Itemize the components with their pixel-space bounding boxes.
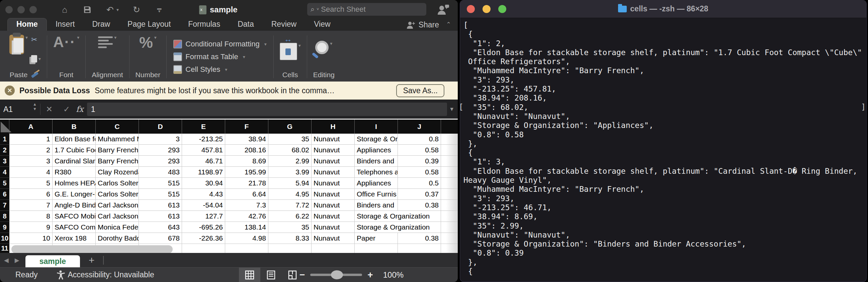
zoom-level[interactable]: 100% — [383, 270, 404, 280]
paste-icon[interactable] — [9, 35, 24, 54]
column-header-C[interactable]: C — [96, 119, 139, 134]
number-format-icon[interactable]: % — [139, 35, 153, 50]
cell-H1[interactable]: Nunavut — [312, 134, 355, 144]
cell-B7[interactable]: Angle-D Bind — [53, 200, 96, 211]
editing-find-icon[interactable] — [315, 41, 329, 54]
search-chevron-icon[interactable]: ˅ — [316, 7, 319, 12]
cell-E8[interactable]: 127.7 — [182, 211, 225, 221]
cell-partial[interactable] — [441, 244, 458, 253]
cell-E9[interactable]: -695.26 — [182, 222, 225, 233]
cell-C9[interactable]: Monica Feder — [96, 222, 139, 233]
column-header-E[interactable]: E — [182, 119, 225, 134]
cell-B8[interactable]: SAFCO Mobil — [53, 211, 96, 221]
cell-F7[interactable]: 7.3 — [225, 200, 268, 211]
cell-I6[interactable]: Office Furnis — [355, 189, 398, 200]
cell-G3[interactable]: 2.99 — [268, 156, 312, 166]
cell-G1[interactable]: 35 — [268, 134, 312, 144]
insert-function-icon[interactable]: fx — [75, 105, 87, 114]
cell-E4[interactable]: 1198.97 — [182, 167, 225, 177]
cell-H4[interactable]: Nunavut — [312, 167, 355, 177]
cell-D6[interactable]: 515 — [139, 189, 182, 200]
row-header-4[interactable]: 4 — [0, 167, 9, 178]
paste-group[interactable]: ▾ Paste ✂ ▾ — [5, 33, 45, 80]
save-icon[interactable] — [82, 5, 92, 15]
column-header-J[interactable]: J — [398, 119, 441, 134]
cell-A6[interactable]: 6 — [9, 189, 53, 200]
undo-icon[interactable]: ↶ — [105, 5, 115, 15]
cell-partial[interactable] — [441, 189, 458, 200]
alignment-group[interactable]: ▾ Alignment — [87, 33, 127, 80]
cell-C5[interactable]: Carlos Solter — [96, 178, 139, 188]
cell-I4[interactable]: Telephones a — [355, 167, 398, 177]
search-input[interactable] — [321, 5, 405, 14]
cell-I3[interactable]: Binders and — [355, 156, 398, 166]
tab-formulas[interactable]: Formulas — [179, 19, 229, 31]
cell-partial[interactable] — [441, 167, 458, 177]
excel-titlebar[interactable]: ⌂ ↶ ▾ ↻ ▬▾ sample ⌕ ˅ — [0, 0, 458, 20]
collapse-ribbon-icon[interactable]: ⌃ — [446, 21, 451, 28]
cell-E11[interactable] — [182, 244, 225, 253]
save-as-button[interactable]: Save As... — [396, 84, 444, 97]
row-header-7[interactable]: 7 — [0, 200, 9, 211]
cell-F6[interactable]: 6.64 — [225, 189, 268, 200]
cell-H3[interactable]: Nunavut — [312, 156, 355, 166]
cell-A4[interactable]: 4 — [9, 167, 53, 177]
search-box[interactable]: ⌕ ˅ — [307, 3, 426, 16]
cut-icon[interactable]: ✂ — [31, 35, 41, 44]
cell-F2[interactable]: 208.16 — [225, 145, 268, 155]
terminal-output[interactable]: [ ] [ { "1": 2, "Eldon Base for stackabl… — [460, 18, 866, 282]
cell-D9[interactable]: 643 — [139, 222, 182, 233]
zoom-slider[interactable] — [310, 274, 362, 276]
copy-icon[interactable] — [31, 55, 37, 63]
cell-A2[interactable]: 2 — [9, 145, 53, 155]
formula-input[interactable] — [87, 103, 447, 116]
cell-D5[interactable]: 515 — [139, 178, 182, 188]
cell-D8[interactable]: 613 — [139, 211, 182, 221]
cell-G5[interactable]: 5.94 — [268, 178, 312, 188]
cell-partial[interactable] — [441, 211, 458, 221]
cell-D10[interactable]: 678 — [139, 233, 182, 244]
cells-caret-icon[interactable]: ▾ — [299, 43, 301, 48]
cell-C6[interactable]: Carlos Solter — [96, 189, 139, 200]
cell-F11[interactable] — [225, 244, 268, 253]
cell-I11[interactable] — [355, 244, 398, 253]
column-header-A[interactable]: A — [9, 119, 53, 134]
cell-J3[interactable]: 0.39 — [398, 156, 441, 166]
cell-G9[interactable]: 35 — [268, 222, 312, 233]
cell-partial[interactable] — [441, 222, 458, 233]
cells-icon[interactable] — [280, 43, 297, 60]
close-button[interactable] — [5, 6, 13, 13]
cell-G4[interactable]: 3.99 — [268, 167, 312, 177]
formula-bar-dropdown-icon[interactable]: ▼ — [449, 106, 458, 112]
cell-B3[interactable]: Cardinal Slan — [53, 156, 96, 166]
cell-F3[interactable]: 8.69 — [225, 156, 268, 166]
minimize-button[interactable] — [18, 6, 25, 13]
alignment-icon[interactable] — [98, 35, 113, 50]
cancel-formula-icon[interactable]: ✕ — [40, 105, 58, 114]
share-button[interactable]: Share — [407, 21, 439, 29]
cell-C8[interactable]: Carl Jackson — [96, 211, 139, 221]
cell-A1[interactable]: 1 — [9, 134, 53, 144]
cell-C10[interactable]: Dorothy Badd — [96, 233, 139, 244]
cell-partial[interactable] — [441, 145, 458, 155]
row-header-2[interactable]: 2 — [0, 145, 9, 156]
cell-I9[interactable]: Storage & Organization — [355, 222, 398, 233]
cell-H9[interactable]: Nunavut — [312, 222, 355, 233]
next-sheet-icon[interactable]: ▶ — [15, 257, 20, 264]
cell-F9[interactable]: 138.14 — [225, 222, 268, 233]
page-layout-view-button[interactable] — [260, 268, 282, 282]
cell-B2[interactable]: 1.7 Cubic Foo — [53, 145, 96, 155]
tab-draw[interactable]: Draw — [83, 19, 119, 31]
tab-review[interactable]: Review — [263, 19, 305, 31]
cell-F1[interactable]: 38.94 — [225, 134, 268, 144]
cell-F10[interactable]: 4.98 — [225, 233, 268, 244]
cell-D2[interactable]: 293 — [139, 145, 182, 155]
ribbon-options-icon[interactable]: ▬▾ — [154, 5, 164, 15]
cell-H5[interactable]: Nunavut — [312, 178, 355, 188]
row-header-3[interactable]: 3 — [0, 156, 9, 167]
row-header-9[interactable]: 9 — [0, 222, 9, 233]
cells-group[interactable]: ▾ Cells — [275, 33, 306, 80]
cell-I7[interactable]: Binders and — [355, 200, 398, 211]
cell-D7[interactable]: 613 — [139, 200, 182, 211]
cell-J11[interactable] — [398, 244, 441, 253]
